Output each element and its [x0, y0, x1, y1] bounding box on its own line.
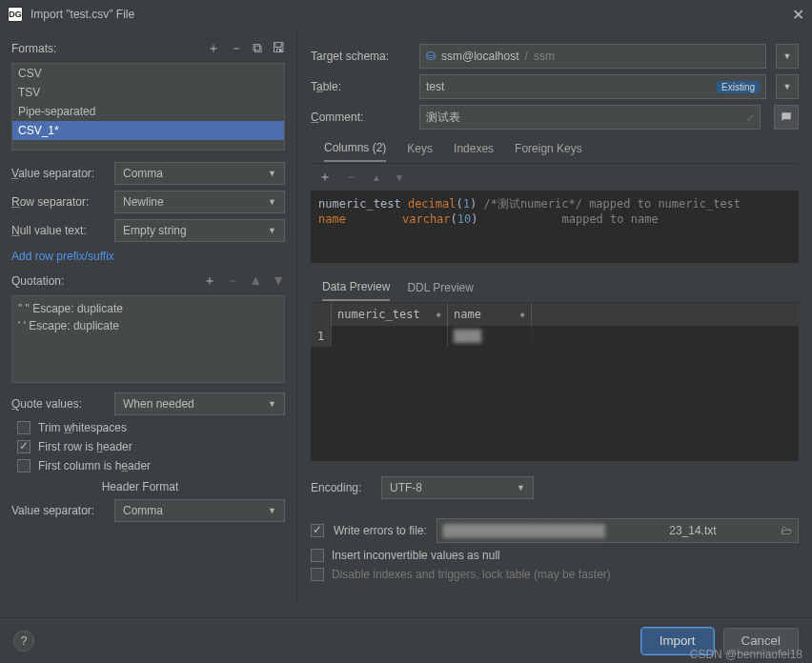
tab-foreign-keys[interactable]: Foreign Keys	[515, 142, 582, 161]
up-col-icon: ▲	[372, 172, 381, 183]
help-button[interactable]: ?	[13, 631, 34, 652]
remove-format-icon[interactable]: －	[230, 40, 243, 57]
tab-keys[interactable]: Keys	[407, 142, 433, 161]
close-icon[interactable]: ✕	[792, 6, 804, 24]
copy-format-icon[interactable]: ⧉	[253, 40, 262, 57]
first-row-header-label: First row is header	[38, 440, 132, 453]
tab-ddl-preview[interactable]: DDL Preview	[407, 281, 474, 300]
add-col-icon[interactable]: ＋	[318, 169, 332, 186]
cell	[332, 326, 448, 347]
disable-indexes-label: Disable indexes and triggers, lock table…	[332, 568, 611, 581]
table-dropdown-button[interactable]: ▼	[776, 74, 799, 99]
remove-col-icon: －	[345, 169, 358, 186]
chevron-down-icon: ▼	[268, 506, 276, 515]
columns-toolbar: ＋ － ▲ ▼	[311, 164, 799, 191]
add-format-icon[interactable]: ＋	[207, 40, 220, 57]
existing-badge: Existing	[717, 81, 760, 93]
header-format-label: Header Format	[11, 480, 269, 493]
sort-icon[interactable]: ◆	[436, 310, 441, 319]
data-preview-table: numeric_test◆ name◆ 1 ████	[311, 303, 799, 461]
row-number-header	[311, 303, 332, 326]
trim-whitespace-label: Trim whitespaces	[38, 421, 127, 434]
insert-null-checkbox[interactable]	[311, 549, 324, 562]
chevron-down-icon: ▼	[517, 483, 525, 492]
null-value-combo[interactable]: Empty string▼	[114, 219, 285, 242]
schema-dropdown-button[interactable]: ▼	[776, 44, 799, 69]
columns-code[interactable]: numeric_test decimal(1) /*测试numeric*/ ma…	[311, 191, 799, 263]
left-panel: Formats: ＋ － ⧉ 🖫 CSV TSV Pipe-separated …	[0, 29, 297, 604]
target-schema-label: Target schema:	[311, 50, 410, 63]
comment-chat-button[interactable]	[774, 105, 799, 130]
speech-bubble-icon	[780, 110, 793, 124]
col-header-numeric[interactable]: numeric_test◆	[332, 303, 448, 326]
disable-indexes-checkbox	[311, 568, 324, 581]
quotation-label: Quotation:	[11, 274, 64, 288]
right-panel: Target schema: ⛁ ssm@localhost / ssm ▼ T…	[297, 29, 812, 604]
error-file-input[interactable]: ████████████████████ 23_14.txt 🗁	[436, 518, 799, 543]
tab-columns[interactable]: Columns (2)	[324, 141, 386, 162]
up-quote-icon: ▲	[249, 272, 262, 290]
write-errors-label: Write errors to file:	[334, 524, 427, 537]
row-number: 1	[311, 326, 332, 347]
app-icon: DG	[8, 7, 23, 22]
cell: ████	[448, 326, 532, 347]
first-col-header-label: First column is header	[38, 459, 151, 472]
trim-whitespace-checkbox[interactable]	[17, 421, 30, 434]
comment-input[interactable]: 测试表 ⤢	[419, 105, 761, 130]
dialog-title: Import "test.csv" File	[30, 8, 134, 21]
down-quote-icon: ▼	[272, 272, 285, 290]
preview-tabs: Data Preview DDL Preview	[311, 278, 799, 303]
table-label: Table:	[311, 80, 410, 93]
table-row[interactable]: 1 ████	[311, 326, 799, 347]
formats-label: Formats:	[11, 42, 56, 55]
write-errors-checkbox[interactable]	[311, 524, 324, 537]
chevron-down-icon: ▼	[268, 226, 276, 235]
format-item[interactable]: CSV	[12, 64, 284, 83]
down-col-icon: ▼	[395, 172, 404, 183]
quote-values-label: Quote values:	[11, 397, 107, 411]
value-sep-label: VValue separator:alue separator:	[11, 167, 107, 180]
table-input[interactable]: test Existing	[419, 74, 766, 99]
remove-quote-icon: －	[226, 272, 239, 290]
titlebar: DG Import "test.csv" File ✕	[0, 0, 812, 29]
save-format-icon[interactable]: 🖫	[272, 40, 285, 57]
chevron-down-icon: ▼	[268, 169, 276, 178]
insert-null-label: Insert inconvertible values as null	[332, 549, 500, 562]
formats-list[interactable]: CSV TSV Pipe-separated CSV_1*	[11, 63, 285, 151]
chevron-down-icon: ▼	[268, 197, 276, 207]
format-item-selected[interactable]: CSV_1*	[12, 121, 284, 140]
quote-item[interactable]: " " Escape: duplicate	[18, 300, 278, 317]
expand-icon[interactable]: ⤢	[746, 112, 754, 123]
add-prefix-link[interactable]: Add row prefix/suffix	[11, 250, 285, 263]
format-item[interactable]: TSV	[12, 83, 284, 102]
null-label: Null value text:	[11, 224, 107, 237]
add-quote-icon[interactable]: ＋	[203, 272, 216, 290]
value-separator2-combo[interactable]: Comma▼	[114, 499, 285, 522]
tab-data-preview[interactable]: Data Preview	[322, 280, 390, 301]
quote-item[interactable]: ' ' Escape: duplicate	[18, 317, 278, 334]
encoding-label: Encoding:	[311, 481, 372, 494]
chevron-down-icon: ▼	[268, 399, 276, 409]
value-sep2-label: Value separator:	[11, 504, 107, 517]
sort-icon[interactable]: ◆	[520, 310, 525, 319]
column-tabs: Columns (2) Keys Indexes Foreign Keys	[311, 139, 799, 164]
first-row-header-checkbox[interactable]	[17, 440, 30, 453]
value-separator-combo[interactable]: Comma▼	[114, 162, 285, 185]
target-schema-combo[interactable]: ⛁ ssm@localhost / ssm	[419, 44, 766, 69]
folder-icon[interactable]: 🗁	[781, 524, 792, 537]
watermark: CSDN @benniaofei18	[690, 648, 802, 661]
format-item[interactable]: Pipe-separated	[12, 102, 284, 121]
schema-icon: ⛁	[426, 50, 436, 63]
first-col-header-checkbox[interactable]	[17, 459, 30, 472]
col-header-name[interactable]: name◆	[448, 303, 532, 326]
encoding-combo[interactable]: UTF-8▼	[381, 476, 534, 499]
tab-indexes[interactable]: Indexes	[454, 142, 494, 161]
quote-values-combo[interactable]: When needed▼	[114, 392, 285, 415]
row-sep-label: Row separator:	[11, 195, 107, 209]
row-separator-combo[interactable]: Newline▼	[114, 191, 285, 213]
comment-label: Comment:	[311, 110, 410, 124]
quotation-list[interactable]: " " Escape: duplicate ' ' Escape: duplic…	[11, 295, 285, 383]
